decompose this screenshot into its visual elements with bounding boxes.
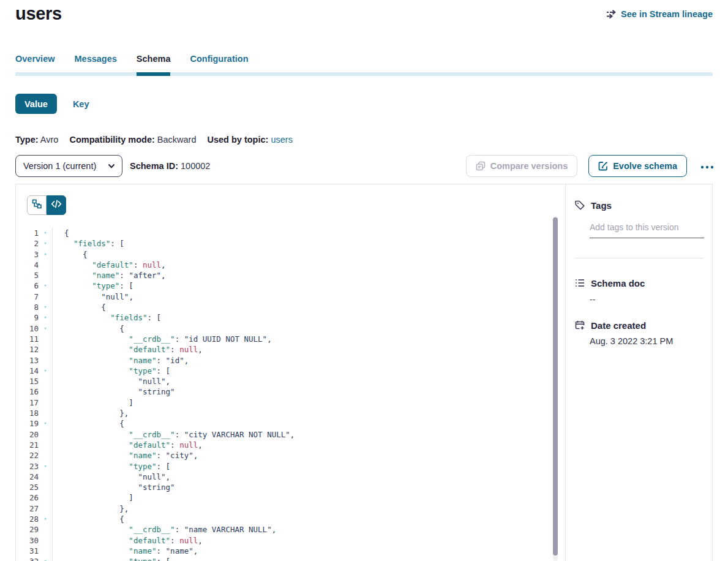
code-line: 22 "name": "city", [16, 450, 565, 461]
code-text: "default": null, [53, 440, 203, 450]
evolve-schema-button[interactable]: Evolve schema [588, 155, 687, 177]
tag-icon [574, 200, 585, 211]
scrollbar-track[interactable] [553, 216, 558, 561]
fold-toggle-icon[interactable]: ▾ [39, 461, 52, 472]
edit-icon [598, 161, 608, 171]
fold-toggle-icon[interactable]: ▾ [39, 228, 52, 238]
code-line: 12 "default": null, [16, 344, 565, 355]
value-toggle-button[interactable]: Value [15, 94, 57, 114]
line-number: 1 [16, 228, 39, 238]
tree-view-button[interactable] [27, 195, 47, 215]
code-line: 9▾ "fields": [ [16, 312, 565, 323]
meta-type: Type: Avro [15, 135, 58, 145]
stream-lineage-label: See in Stream lineage [621, 9, 713, 19]
schema-doc-value: -- [590, 295, 704, 304]
version-select[interactable]: Version 1 (current) [15, 155, 122, 177]
code-text: "name": "name", [53, 546, 198, 556]
fold-toggle-icon [39, 440, 52, 450]
code-text: "null", [53, 376, 170, 386]
fold-toggle-icon [39, 524, 52, 535]
code-line: 2▾ "fields": [ [16, 238, 565, 249]
code-text: "fields": [ [53, 312, 161, 323]
line-number: 9 [16, 312, 39, 323]
scrollbar-thumb[interactable] [553, 217, 558, 555]
code-line: 5 "name": "after", [16, 270, 565, 280]
compare-versions-button[interactable]: Compare versions [466, 155, 578, 177]
line-number: 28 [16, 514, 39, 524]
date-created-value: Aug. 3 2022 3:21 PM [590, 336, 704, 346]
code-line: 15 "null", [16, 376, 565, 386]
code-line: 4 "default": null, [16, 260, 565, 270]
stream-lineage-icon [606, 9, 617, 19]
code-line: 13 "name": "id", [16, 355, 565, 366]
code-text: "fields": [ [53, 238, 124, 249]
ellipsis-icon [700, 162, 714, 171]
fold-toggle-icon[interactable]: ▾ [39, 323, 52, 334]
tab-overview[interactable]: Overview [15, 54, 55, 72]
code-text: { [53, 514, 124, 524]
code-editor[interactable]: 1▾{2▾ "fields": [3▾ {4 "default": null,5… [16, 228, 565, 561]
schema-code-pane: 1▾{2▾ "fields": [3▾ {4 "default": null,5… [16, 184, 565, 561]
version-actions: Compare versions Evolve schema [466, 155, 716, 177]
stream-lineage-link[interactable]: See in Stream lineage [606, 9, 713, 19]
fold-toggle-icon[interactable]: ▾ [39, 418, 52, 429]
fold-toggle-icon [39, 386, 52, 397]
view-toggle [27, 195, 66, 215]
calendar-plus-icon [574, 320, 585, 331]
fold-toggle-icon [39, 376, 52, 386]
compare-versions-label: Compare versions [490, 161, 568, 171]
code-line: 25 "string" [16, 482, 565, 492]
key-toggle-link[interactable]: Key [73, 99, 89, 109]
schema-page: users See in Stream lineage Overview Mes… [0, 0, 728, 561]
line-number: 3 [16, 249, 39, 260]
line-number: 25 [16, 482, 39, 492]
code-text: { [53, 249, 88, 260]
code-text: "string" [53, 482, 175, 492]
schema-id-label: Schema ID: [130, 161, 178, 171]
subject-toggle: Value Key [15, 94, 89, 114]
tab-configuration[interactable]: Configuration [190, 54, 248, 72]
fold-toggle-icon [39, 472, 52, 482]
line-number: 17 [16, 397, 39, 408]
code-view-button[interactable] [47, 195, 66, 215]
meta-topic-link[interactable]: users [271, 135, 292, 145]
fold-toggle-icon [39, 260, 52, 270]
line-number: 23 [16, 461, 39, 472]
fold-toggle-icon[interactable]: ▾ [39, 280, 52, 291]
line-number: 14 [16, 366, 39, 376]
fold-toggle-icon[interactable]: ▾ [39, 302, 52, 312]
line-number: 12 [16, 344, 39, 355]
fold-toggle-icon [39, 334, 52, 344]
tab-schema[interactable]: Schema [137, 54, 171, 72]
schema-sidebar: Tags Schema doc -- [565, 184, 712, 561]
more-actions-button[interactable] [698, 162, 716, 171]
schema-id-value: 100002 [181, 161, 210, 171]
tab-messages[interactable]: Messages [75, 54, 117, 72]
code-line: 20 "__crdb__": "city VARCHAR NOT NULL", [16, 429, 565, 440]
fold-toggle-icon[interactable]: ▾ [39, 238, 52, 249]
fold-toggle-icon [39, 397, 52, 408]
line-number: 15 [16, 376, 39, 386]
code-line: 10▾ { [16, 323, 565, 334]
code-text: "__crdb__": "city VARCHAR NOT NULL", [53, 429, 295, 440]
fold-toggle-icon[interactable]: ▾ [39, 249, 52, 260]
tags-input[interactable] [590, 222, 704, 238]
code-text: "default": null, [53, 260, 166, 270]
fold-toggle-icon[interactable]: ▾ [39, 312, 52, 323]
code-line: 6▾ "type": [ [16, 280, 565, 291]
fold-toggle-icon[interactable]: ▾ [39, 514, 52, 524]
code-line: 28▾ { [16, 514, 565, 524]
code-text: "string" [53, 386, 175, 397]
code-text: { [53, 418, 124, 429]
code-line: 21 "default": null, [16, 440, 565, 450]
version-select-wrap: Version 1 (current) [15, 155, 122, 177]
fold-toggle-icon [39, 355, 52, 366]
fold-toggle-icon [39, 408, 52, 418]
line-number: 27 [16, 503, 39, 514]
fold-toggle-icon[interactable]: ▾ [39, 556, 52, 561]
fold-toggle-icon[interactable]: ▾ [39, 366, 52, 376]
evolve-schema-label: Evolve schema [613, 161, 677, 171]
schema-panel: 1▾{2▾ "fields": [3▾ {4 "default": null,5… [15, 184, 713, 561]
fold-toggle-icon [39, 546, 52, 556]
code-line: 8▾ { [16, 302, 565, 312]
